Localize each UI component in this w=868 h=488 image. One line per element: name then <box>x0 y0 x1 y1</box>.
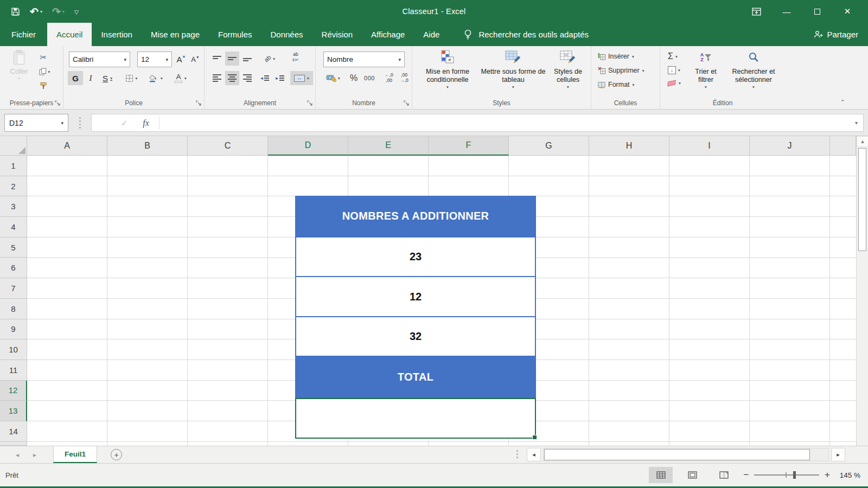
maximize-button[interactable] <box>802 0 832 23</box>
align-bottom-button[interactable] <box>240 52 254 66</box>
row-header-1[interactable]: 1 <box>0 156 27 176</box>
wrap-text-button[interactable]: ab c↵ <box>286 50 305 65</box>
vertical-scroll-thumb[interactable] <box>858 148 866 251</box>
cut-button[interactable]: ✂ <box>36 50 51 65</box>
row-header-6[interactable]: 6 <box>0 258 27 278</box>
row-header-4[interactable]: 4 <box>0 217 27 237</box>
copy-button[interactable]: ▾ <box>34 65 55 79</box>
align-right-button[interactable] <box>240 71 254 85</box>
align-center-button[interactable] <box>225 71 239 85</box>
h-scroll-right-button[interactable]: ▸ <box>831 448 845 461</box>
cell-styles-button[interactable]: Styles de cellules ▾ <box>548 49 588 89</box>
dropdown-icon[interactable]: ▾ <box>633 82 635 87</box>
tab-affichage[interactable]: Affichage <box>362 23 414 46</box>
column-header-partial[interactable] <box>830 136 856 156</box>
dialog-launcher-icon[interactable] <box>307 100 313 106</box>
merge-center-button[interactable]: ↔ ▾ <box>290 71 313 85</box>
borders-button[interactable]: ▾ <box>121 71 142 85</box>
row-header-12[interactable]: 12 <box>0 381 27 401</box>
decrease-decimal-button[interactable]: ,00 →,0 <box>397 71 411 85</box>
conditional-formatting-button[interactable]: ≠ Mise en forme conditionnelle ▾ <box>417 49 478 89</box>
align-top-button[interactable] <box>210 52 224 66</box>
format-painter-button[interactable] <box>36 79 51 93</box>
row-header-3[interactable]: 3 <box>0 196 27 217</box>
zoom-slider-thumb[interactable] <box>793 471 796 479</box>
cells-area[interactable]: NOMBRES A ADDITIONNER 23 12 32 TOTAL <box>27 156 856 446</box>
column-header-e[interactable]: E <box>348 136 429 156</box>
accounting-format-button[interactable]: ▾ <box>323 71 343 85</box>
insert-cells-button[interactable]: Insérer ▾ <box>598 53 634 60</box>
column-header-h[interactable]: H <box>589 136 669 156</box>
paste-button[interactable]: Coller ▾ <box>5 49 33 81</box>
row-header-9[interactable]: 9 <box>0 319 27 340</box>
fill-color-button[interactable]: ▾ <box>145 71 167 85</box>
dropdown-icon[interactable]: ▾ <box>675 54 678 59</box>
font-color-button[interactable]: A ▾ <box>170 71 192 85</box>
formula-bar[interactable]: ✓ fx ▾ <box>91 114 864 132</box>
decrease-font-size-button[interactable]: A▼ <box>188 52 202 66</box>
percent-style-button[interactable]: % <box>347 71 360 85</box>
column-header-i[interactable]: I <box>669 136 750 156</box>
table-value-cell[interactable]: 32 <box>295 316 536 357</box>
decrease-indent-button[interactable]: ◂ <box>258 71 272 85</box>
zoom-in-icon[interactable]: + <box>825 470 830 480</box>
tab-fichier[interactable]: Fichier <box>0 23 47 46</box>
scroll-up-icon[interactable]: ▲ <box>857 136 868 147</box>
align-middle-button[interactable] <box>225 52 239 66</box>
column-header-g[interactable]: G <box>509 136 589 156</box>
next-sheet-icon[interactable]: ▸ <box>29 446 40 463</box>
dropdown-icon[interactable]: ▾ <box>307 76 309 81</box>
find-select-button[interactable]: Rechercher et sélectionner ▾ <box>725 49 782 89</box>
new-sheet-button[interactable]: + <box>111 449 122 460</box>
font-name-select[interactable]: Calibri ▾ <box>69 52 130 67</box>
minimize-button[interactable]: — <box>771 0 802 23</box>
underline-button[interactable]: S▾ <box>98 71 117 85</box>
dialog-launcher-icon[interactable] <box>55 100 61 106</box>
horizontal-scrollbar[interactable] <box>543 448 829 461</box>
dropdown-icon[interactable]: ▾ <box>136 76 138 81</box>
zoom-level[interactable]: 145 % <box>835 471 860 479</box>
normal-view-button[interactable] <box>649 467 673 483</box>
page-break-preview-button[interactable] <box>712 467 736 483</box>
row-header-11[interactable]: 11 <box>0 360 27 381</box>
dropdown-icon[interactable]: ▾ <box>642 68 644 73</box>
sheet-tab-feuil1[interactable]: Feuil1 <box>53 446 97 463</box>
row-header-partial[interactable] <box>0 442 27 446</box>
tab-formules[interactable]: Formules <box>209 23 261 46</box>
dropdown-icon[interactable]: ▾ <box>678 68 680 73</box>
table-value-cell[interactable]: 23 <box>295 236 536 277</box>
h-scroll-left-button[interactable]: ◂ <box>527 448 541 461</box>
share-button[interactable]: Partager <box>814 23 858 46</box>
comma-style-button[interactable]: 000 <box>361 71 378 85</box>
column-header-j[interactable]: J <box>750 136 830 156</box>
orientation-button[interactable]: ab ▾ <box>259 52 280 66</box>
tab-revision[interactable]: Révision <box>312 23 362 46</box>
number-format-select[interactable]: Nombre ▾ <box>323 52 405 67</box>
column-header-f[interactable]: F <box>429 136 509 156</box>
expand-formula-bar-icon[interactable]: ▾ <box>855 120 858 126</box>
zoom-out-icon[interactable]: − <box>743 470 749 480</box>
insert-function-icon[interactable]: fx <box>135 118 157 128</box>
table-header-cell[interactable]: NOMBRES A ADDITIONNER <box>295 196 536 236</box>
previous-sheet-icon[interactable]: ◂ <box>12 446 23 463</box>
close-button[interactable]: ✕ <box>832 0 863 23</box>
column-header-a[interactable]: A <box>27 136 107 156</box>
bold-button[interactable]: G <box>68 71 83 85</box>
row-header-2[interactable]: 2 <box>0 176 27 197</box>
column-header-d[interactable]: D <box>268 136 348 156</box>
row-header-14[interactable]: 14 <box>0 421 27 442</box>
fill-button[interactable]: ↓ ▾ <box>668 66 680 74</box>
dropdown-icon[interactable]: ▾ <box>632 54 634 59</box>
dropdown-icon[interactable]: ▾ <box>184 76 187 81</box>
horizontal-scroll-thumb[interactable] <box>544 449 810 460</box>
zoom-slider[interactable] <box>754 474 819 476</box>
italic-button[interactable]: I <box>84 71 97 85</box>
row-header-7[interactable]: 7 <box>0 278 27 299</box>
dropdown-icon[interactable]: ▾ <box>679 81 681 86</box>
tab-scrollbar-divider-handle[interactable] <box>516 450 518 458</box>
increase-font-size-button[interactable]: A▲ <box>174 52 188 66</box>
vertical-scrollbar[interactable]: ▲ ▼ <box>856 136 868 458</box>
tab-mise-en-page[interactable]: Mise en page <box>142 23 209 46</box>
increase-decimal-button[interactable]: ←,0 ,00 <box>382 71 396 85</box>
dropdown-icon[interactable]: ▾ <box>61 120 63 126</box>
